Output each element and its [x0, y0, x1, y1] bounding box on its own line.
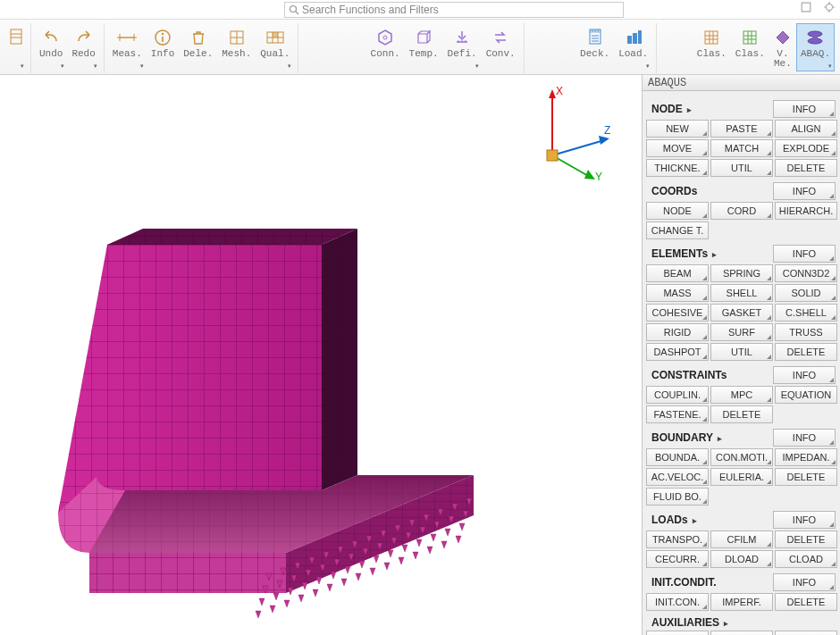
elem-solid-button[interactable]: SOLID [775, 284, 837, 302]
section-aux-label[interactable]: AUXILIARIES ▸ [644, 616, 837, 629]
bnd-delete-button[interactable]: DELETE [775, 468, 837, 486]
mesh-button[interactable]: Mesh. [217, 23, 256, 71]
node-align-button[interactable]: ALIGN [775, 120, 837, 138]
elem-surf-button[interactable]: SURF [710, 323, 773, 341]
node-move-button[interactable]: MOVE [646, 139, 709, 157]
load-delete-button[interactable]: DELETE [775, 531, 837, 548]
elem-rigid-button[interactable]: RIGID [646, 323, 709, 341]
elem-conn3d2-button[interactable]: CONN3D2 [775, 264, 837, 282]
load-cecurr-button[interactable]: CECURR. [646, 550, 709, 568]
section-loads-label[interactable]: LOADs ▸ [644, 514, 773, 526]
template-button[interactable]: Temp. [405, 23, 443, 71]
define-button[interactable]: Defi.▾ [443, 23, 482, 71]
coords-cord-button[interactable]: CORD [710, 202, 773, 220]
coords-node-button[interactable]: NODE [646, 202, 709, 220]
coords-info-button[interactable]: INFO [773, 182, 836, 200]
abaqus-button[interactable]: ABAQ.▾ [796, 23, 835, 71]
elem-mass-button[interactable]: MASS [646, 284, 709, 302]
constr-coupling-button[interactable]: COUPLIN. [646, 386, 709, 404]
deck-button[interactable]: Deck. [575, 23, 614, 71]
node-info-button[interactable]: INFO [773, 100, 836, 118]
elem-truss-button[interactable]: TRUSS [775, 323, 837, 341]
load-button[interactable]: Load.▾ [614, 23, 652, 71]
elem-dashpot-button[interactable]: DASHPOT [646, 343, 709, 361]
elem-gasket-button[interactable]: GASKET [710, 304, 773, 322]
elem-beam-button[interactable]: BEAM [646, 264, 709, 282]
initcond-initcon-button[interactable]: INIT.CON. [646, 593, 709, 611]
svg-point-10 [162, 33, 164, 35]
initcond-delete-button[interactable]: DELETE [775, 593, 837, 611]
delete-button[interactable]: Dele. [179, 23, 217, 71]
coords-hierarch-button[interactable]: HIERARCH. [775, 202, 837, 220]
panel-body: NODE ▸ INFO NEW PASTE ALIGN MOVE MATCH E… [643, 91, 840, 635]
elem-spring-button[interactable]: SPRING [710, 264, 773, 282]
ribbon-quick-button[interactable]: ▾ [5, 23, 27, 71]
aux-ampltd-button[interactable]: AMPLTD [710, 631, 773, 635]
node-util-button[interactable]: UTIL [710, 159, 773, 177]
bnd-euleria-button[interactable]: EULERIA. [710, 468, 773, 486]
deck-icon [586, 28, 604, 47]
initcond-info-button[interactable]: INFO [773, 573, 836, 591]
ribbon-group-edit: Undo▾ Redo▾ [31, 23, 105, 73]
boundary-info-button[interactable]: INFO [773, 429, 836, 447]
elem-delete-button[interactable]: DELETE [775, 343, 837, 361]
elem-shell-button[interactable]: SHELL [710, 284, 773, 302]
view-mesh-button[interactable]: V. Me. [769, 23, 796, 71]
constr-delete-button[interactable]: DELETE [710, 405, 773, 423]
coords-changetype-button[interactable]: CHANGE T. [646, 221, 709, 239]
measure-icon [117, 29, 137, 46]
node-paste-button[interactable]: PASTE [710, 120, 773, 138]
elem-cshell-button[interactable]: C.SHELL [775, 304, 837, 322]
svg-marker-113 [313, 589, 318, 597]
aux-surface-button[interactable]: SURFACE . [775, 631, 837, 635]
load-cload-button[interactable]: CLOAD [775, 550, 837, 568]
bnd-acvelo-button[interactable]: AC.VELOC. [646, 468, 709, 486]
svg-marker-48 [777, 31, 789, 44]
aux-control-button[interactable]: CONTROL. [646, 631, 709, 635]
connection-button[interactable]: Conn. [366, 23, 405, 71]
convert-button[interactable]: Conv. [482, 23, 520, 71]
elements-info-button[interactable]: INFO [773, 245, 836, 263]
load-dload-button[interactable]: DLOAD [710, 550, 773, 568]
svg-marker-105 [416, 539, 422, 547]
node-thickness-button[interactable]: THICKNE. [646, 159, 709, 177]
search-bar: Search Functions and Filters [0, 0, 840, 20]
constraints-info-button[interactable]: INFO [773, 366, 836, 384]
section-elements-label[interactable]: ELEMENTs ▸ [644, 247, 773, 260]
viewport-3d[interactable]: X Z Y [0, 75, 642, 635]
quality-button[interactable]: Qual.▾ [256, 23, 294, 71]
constr-equation-button[interactable]: EQUATION [775, 386, 837, 404]
elem-cohesive-button[interactable]: COHESIVE [646, 304, 709, 322]
info-button[interactable]: Info [147, 23, 179, 71]
loads-info-button[interactable]: INFO [773, 511, 836, 529]
node-new-button[interactable]: NEW [646, 120, 709, 138]
mesh-icon [228, 29, 246, 46]
search-input[interactable]: Search Functions and Filters [284, 2, 624, 18]
redo-button[interactable]: Redo▾ [67, 23, 99, 71]
classify1-button[interactable]: Clas. [693, 23, 731, 71]
svg-marker-20 [379, 30, 391, 45]
load-transpo-button[interactable]: TRANSPO. [646, 531, 709, 548]
measure-button[interactable]: Meas.▾ [108, 23, 147, 71]
elem-util-button[interactable]: UTIL [710, 343, 773, 361]
ribbon-group-tools: Meas.▾ Info Dele. Mesh. Qual.▾ [105, 23, 298, 73]
classify2-button[interactable]: Clas. [731, 23, 769, 71]
convert-icon [491, 29, 509, 46]
bnd-fluidbo-button[interactable]: FLUID BO. [646, 488, 709, 505]
undo-icon [40, 29, 62, 46]
undo-button[interactable]: Undo▾ [35, 23, 67, 71]
node-explode-button[interactable]: EXPLODE [775, 139, 837, 157]
section-boundary-label[interactable]: BOUNDARY ▸ [644, 431, 773, 444]
node-delete-button[interactable]: DELETE [775, 159, 837, 177]
initcond-imperf-button[interactable]: IMPERF. [710, 593, 773, 611]
constr-mpc-button[interactable]: MPC [710, 386, 773, 404]
bnd-impedan-button[interactable]: IMPEDAN. [775, 448, 837, 466]
bnd-conmoti-button[interactable]: CON.MOTI. [710, 448, 773, 466]
section-node-label[interactable]: NODE ▸ [644, 103, 773, 115]
bnd-bounda-button[interactable]: BOUNDA. [646, 448, 709, 466]
svg-marker-122 [441, 541, 447, 548]
svg-marker-127 [599, 136, 609, 145]
constr-fastener-button[interactable]: FASTENE. [646, 405, 709, 423]
load-cfilm-button[interactable]: CFILM [710, 531, 773, 548]
node-match-button[interactable]: MATCH [710, 139, 773, 157]
